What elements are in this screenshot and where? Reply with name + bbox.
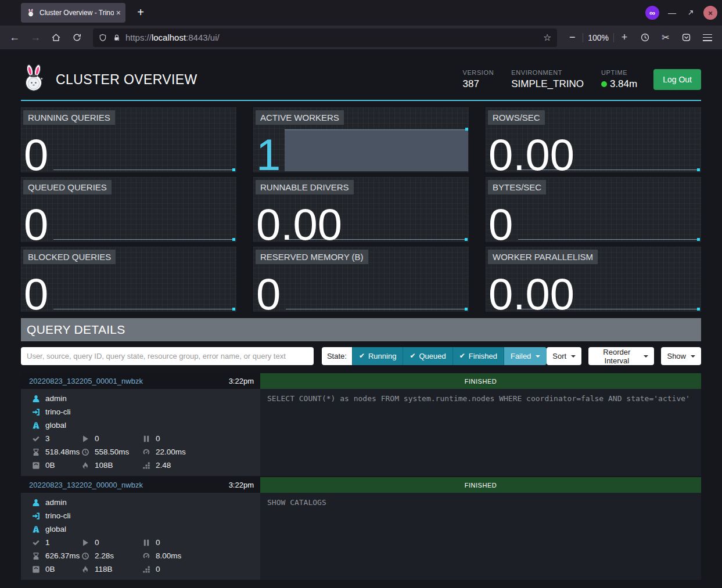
zoom-level[interactable]: 100% <box>588 33 609 42</box>
private-browsing-icon: ∞ <box>645 6 659 20</box>
divider <box>583 33 583 42</box>
check-icon: ✔ <box>410 347 415 365</box>
sort-dropdown[interactable]: Sort <box>547 347 581 365</box>
query-source: trino-cli <box>45 407 71 416</box>
page-header: CLUSTER OVERVIEW VERSION 387 ENVIRONMENT… <box>21 49 701 100</box>
query-time: 3:22pm <box>229 481 254 489</box>
url-bar[interactable]: https://localhost:8443/ui/ ☆ <box>93 28 557 47</box>
pocket-icon[interactable] <box>678 29 695 46</box>
state-filter-finished[interactable]: ✔Finished <box>452 347 504 365</box>
stat-card-worker-parallelism: WORKER PARALLELISM 0.00 <box>486 247 701 312</box>
trino-logo <box>21 64 46 93</box>
close-button[interactable]: × <box>703 6 717 20</box>
environment-label: ENVIRONMENT <box>511 69 584 76</box>
query-header: 20220823_132202_00000_nwbzk 3:22pm <box>21 477 260 493</box>
query-id-link[interactable]: 20220823_132205_00001_nwbzk <box>29 377 143 385</box>
stat-card-active-workers: ACTIVE WORKERS 1 <box>253 107 469 172</box>
completed-splits-check-icon <box>32 435 40 443</box>
uptime-meta: UPTIME 3.84m <box>601 69 637 90</box>
resource-group-road-icon <box>32 421 40 430</box>
reload-button[interactable] <box>69 29 86 46</box>
lock-warning-icon[interactable] <box>113 34 121 42</box>
query-row: 20220823_132202_00000_nwbzk 3:22pm FINIS… <box>21 477 701 580</box>
queued-splits-pause-icon <box>142 539 150 547</box>
sparkline-dot <box>232 238 235 241</box>
chevron-down-icon <box>691 355 695 358</box>
header-accent-rule <box>21 100 701 101</box>
query-sql-text: SHOW CATALOGS <box>260 493 701 580</box>
query-sql-text: SELECT COUNT(*) as nodes FROM system.run… <box>260 389 701 476</box>
zoom-out-button[interactable]: − <box>566 29 578 46</box>
version-meta: VERSION 387 <box>463 69 494 90</box>
stat-card-rows-sec: ROWS/SEC 0.00 <box>486 107 701 172</box>
uptime-value: 3.84m <box>610 78 637 90</box>
show-dropdown[interactable]: Show <box>661 347 701 365</box>
stat-card-reserved-memory: RESERVED MEMORY (B) 0 <box>253 247 469 312</box>
user-icon <box>32 499 40 507</box>
chevron-down-icon <box>644 355 648 358</box>
query-meta-panel: admin trino-cli global 3 0 0 518.48ms 55… <box>21 389 260 476</box>
stat-card-runnable-drivers: RUNNABLE DRIVERS 0.00 <box>253 177 469 242</box>
tab-close-icon[interactable]: × <box>116 8 121 17</box>
completed-splits-check-icon <box>32 539 40 547</box>
zoom-in-button[interactable]: + <box>619 29 630 46</box>
menu-hamburger-icon[interactable] <box>699 29 716 46</box>
query-meta-panel: admin trino-cli global 1 0 0 626.37ms 2.… <box>21 493 260 580</box>
state-filter-running[interactable]: ✔Running <box>352 347 403 365</box>
query-details-header: QUERY DETAILS <box>21 318 701 341</box>
stat-card-queued-queries: QUEUED QUERIES 0 <box>21 177 236 242</box>
shield-icon[interactable] <box>99 34 107 42</box>
divider <box>613 33 614 42</box>
back-button[interactable]: ← <box>6 29 23 46</box>
query-status-bar: FINISHED <box>260 373 701 389</box>
query-filter-toolbar: State: ✔Running ✔Queued ✔Finished Failed… <box>21 347 701 365</box>
source-login-icon <box>32 408 40 416</box>
cpu-time-gauge-icon <box>142 448 150 456</box>
sparkline-dot <box>465 238 468 241</box>
url-text[interactable]: https://localhost:8443/ui/ <box>125 33 543 42</box>
history-clock-icon[interactable] <box>636 29 653 46</box>
query-user: admin <box>45 498 67 507</box>
version-value: 387 <box>463 78 494 90</box>
peak-memory-fire-icon <box>81 565 89 573</box>
query-user: admin <box>45 394 67 403</box>
trino-favicon <box>27 9 35 17</box>
maximize-button[interactable] <box>685 9 696 17</box>
sparkline <box>53 239 235 240</box>
current-memory-scale-icon <box>32 461 40 470</box>
wall-time-hourglass-icon <box>32 552 40 560</box>
query-id-link[interactable]: 20220823_132202_00000_nwbzk <box>29 481 143 489</box>
state-filter-queued[interactable]: ✔Queued <box>403 347 452 365</box>
elapsed-time-clock-icon <box>81 552 89 560</box>
chevron-down-icon <box>571 355 576 358</box>
environment-value: SIMPLE_TRINO <box>511 78 584 90</box>
query-resource-group: global <box>45 525 66 533</box>
browser-tab[interactable]: Cluster Overview - Trino × <box>21 3 125 23</box>
sparkline <box>518 239 699 240</box>
stat-card-bytes-sec: BYTES/SEC 0 <box>486 177 701 242</box>
cluster-overview-page: CLUSTER OVERVIEW VERSION 387 ENVIRONMENT… <box>0 49 722 588</box>
home-button[interactable] <box>48 29 65 46</box>
elapsed-time-clock-icon <box>81 448 89 456</box>
version-label: VERSION <box>463 69 494 76</box>
minimize-button[interactable]: — <box>666 8 678 17</box>
query-row: 20220823_132205_00001_nwbzk 3:22pm FINIS… <box>21 373 701 476</box>
reorder-interval-dropdown[interactable]: Reorder Interval <box>588 347 654 365</box>
resource-group-road-icon <box>32 525 40 533</box>
logout-button[interactable]: Log Out <box>653 69 701 90</box>
stat-card-blocked-queries: BLOCKED QUERIES 0 <box>21 247 236 312</box>
status-badge: FINISHED <box>260 373 701 389</box>
state-filter-failed[interactable]: Failed <box>504 347 547 365</box>
screenshot-scissors-icon[interactable]: ✂ <box>657 29 674 46</box>
active-workers-link[interactable]: 1 <box>256 133 281 177</box>
forward-button[interactable]: → <box>27 29 44 46</box>
query-resource-group: global <box>45 421 66 430</box>
new-tab-button[interactable]: + <box>132 5 149 21</box>
state-filter-label: State: <box>322 347 352 365</box>
sparkline <box>285 129 468 171</box>
uptime-status-dot <box>601 81 607 87</box>
bookmark-star-icon[interactable]: ☆ <box>543 32 551 43</box>
running-splits-play-icon <box>81 435 89 443</box>
query-search-input[interactable] <box>21 347 314 365</box>
stats-grid: RUNNING QUERIES 0 ACTIVE WORKERS 1 ROWS/… <box>21 107 701 312</box>
